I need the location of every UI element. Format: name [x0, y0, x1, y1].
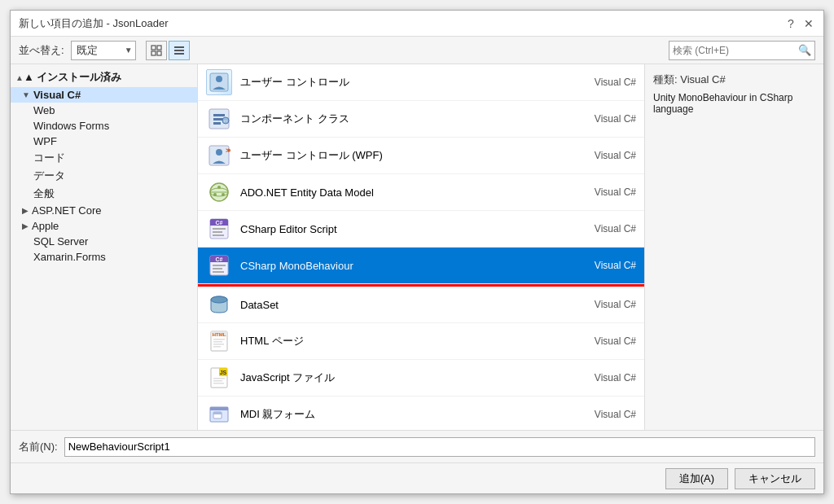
dataset-icon	[206, 291, 232, 318]
svg-text:JS: JS	[220, 370, 227, 375]
right-panel: 種類: Visual C# Unity MonoBehaviour in CSh…	[644, 64, 823, 430]
apple-label: Apple	[32, 220, 59, 232]
sidebar-item-web[interactable]: Web	[11, 103, 197, 118]
add-button[interactable]: 追加(A)	[665, 468, 728, 489]
cancel-button[interactable]: キャンセル	[735, 468, 815, 489]
item-name: CSharp MonoBehaviour	[240, 260, 563, 272]
red-line-indicator	[198, 284, 644, 287]
aspnet-arrow-icon: ▶	[22, 206, 29, 215]
list-item-selected[interactable]: C# CSharp MonoBehaviour Visual C#	[198, 248, 644, 284]
list-item[interactable]: C# CSharp Editor Script Visual C#	[198, 211, 644, 248]
mdi-icon	[206, 401, 232, 427]
list-item[interactable]: ↔ コンポーネント クラス Visual C#	[198, 101, 644, 138]
title-bar: 新しい項目の追加 - JsonLoader ? ✕	[11, 11, 823, 37]
csharp-mono-icon: C#	[206, 252, 232, 278]
svg-point-22	[222, 193, 225, 196]
search-box: 🔍	[669, 41, 815, 60]
svg-rect-44	[213, 341, 222, 343]
name-bar: 名前(N):	[11, 430, 823, 462]
svg-rect-4	[174, 46, 184, 48]
search-icon: 🔍	[798, 44, 811, 56]
name-label: 名前(N):	[19, 440, 58, 454]
item-type: Visual C#	[571, 372, 636, 383]
user-ctrl-icon	[206, 69, 232, 95]
item-type: Visual C#	[571, 150, 636, 161]
svg-rect-46	[213, 346, 221, 348]
list-item[interactable]: HTML HTML ページ Visual C#	[198, 323, 644, 360]
item-name: ユーザー コントロール (WPF)	[240, 148, 563, 163]
toolbar: 並べ替え: 既定 名前 種類 ▼	[11, 37, 823, 64]
item-name: JavaScript ファイル	[240, 370, 563, 385]
installed-section[interactable]: ▲ ▲ インストール済み	[11, 68, 197, 87]
sidebar: ▲ ▲ インストール済み ▼ Visual C# Web Windows For…	[11, 64, 198, 430]
sidebar-item-aspnet[interactable]: ▶ ASP.NET Core	[11, 203, 197, 218]
svg-point-39	[211, 296, 227, 303]
ado-icon	[206, 179, 232, 205]
name-input[interactable]	[64, 437, 815, 457]
sidebar-item-code[interactable]: コード	[11, 149, 197, 167]
sidebar-item-wpf[interactable]: WPF	[11, 134, 197, 149]
list-item[interactable]: ユーザー コントロール Visual C#	[198, 64, 644, 101]
item-name: コンポーネント クラス	[240, 112, 563, 126]
grid-view-button[interactable]	[146, 41, 167, 60]
close-button[interactable]: ✕	[802, 17, 815, 30]
aspnet-label: ASP.NET Core	[32, 204, 102, 217]
csharp-editor-icon: C#	[206, 216, 232, 242]
dialog-title: 新しい項目の追加 - JsonLoader	[19, 16, 169, 31]
svg-rect-36	[213, 268, 222, 270]
item-type: Visual C#	[571, 409, 636, 420]
svg-rect-51	[213, 380, 222, 382]
svg-text:HTML: HTML	[213, 332, 226, 337]
type-label: 種類: Visual C#	[653, 72, 815, 87]
sidebar-item-apple[interactable]: ▶ Apple	[11, 218, 197, 234]
svg-point-23	[213, 193, 217, 196]
svg-rect-5	[174, 50, 184, 51]
sort-select[interactable]: 既定 名前 種類	[71, 41, 136, 60]
item-type: Visual C#	[571, 260, 636, 271]
items-list: ユーザー コントロール Visual C# ↔	[198, 64, 644, 430]
component-icon: ↔	[206, 106, 232, 132]
item-type: Visual C#	[571, 223, 636, 234]
svg-rect-35	[213, 265, 226, 266]
svg-rect-6	[174, 53, 184, 55]
item-name: CSharp Editor Script	[240, 223, 563, 235]
sidebar-item-general[interactable]: 全般	[11, 185, 197, 203]
sidebar-item-xamarin[interactable]: Xamarin.Forms	[11, 249, 197, 265]
svg-rect-56	[213, 412, 222, 414]
js-icon: JS	[206, 365, 232, 391]
help-button[interactable]: ?	[784, 17, 797, 30]
description-text: Unity MonoBehaviour in CSharp language	[653, 92, 815, 115]
item-type: Visual C#	[571, 77, 636, 88]
svg-text:C#: C#	[216, 220, 223, 226]
sidebar-item-visual-csharp[interactable]: ▼ Visual C#	[11, 87, 197, 103]
html-icon: HTML	[206, 328, 232, 354]
search-input[interactable]	[673, 45, 798, 56]
user-wpf-icon: ≫	[206, 142, 232, 169]
sidebar-item-data[interactable]: データ	[11, 167, 197, 185]
sort-select-wrapper: 既定 名前 種類 ▼	[71, 41, 136, 60]
visual-csharp-label: Visual C#	[33, 89, 81, 101]
svg-rect-30	[213, 234, 224, 236]
item-type: Visual C#	[571, 299, 636, 310]
item-name: MDI 親フォーム	[240, 407, 563, 422]
list-item[interactable]: DataSet Visual C#	[198, 287, 644, 323]
item-name: ユーザー コントロール	[240, 75, 563, 90]
arrow-icon: ▼	[22, 90, 30, 99]
sort-label: 並べ替え:	[19, 43, 64, 58]
list-item[interactable]: MDI 親フォーム Visual C#	[198, 397, 644, 430]
list-item[interactable]: JS JavaScript ファイル Visual C#	[198, 360, 644, 397]
list-view-button[interactable]	[169, 41, 190, 60]
sidebar-item-sql[interactable]: SQL Server	[11, 234, 197, 249]
svg-rect-2	[151, 51, 156, 55]
svg-text:C#: C#	[216, 256, 223, 262]
item-name: HTML ページ	[240, 334, 563, 348]
svg-point-8	[216, 76, 222, 82]
sidebar-item-windows-forms[interactable]: Windows Forms	[11, 118, 197, 134]
list-item[interactable]: ADO.NET Entity Data Model Visual C#	[198, 174, 644, 211]
svg-rect-43	[213, 339, 225, 340]
list-item[interactable]: ≫ ユーザー コントロール (WPF) Visual C#	[198, 138, 644, 174]
footer-bar: 追加(A) キャンセル	[11, 462, 823, 493]
title-controls: ? ✕	[784, 17, 815, 30]
svg-rect-12	[213, 122, 221, 125]
main-content: ▲ ▲ インストール済み ▼ Visual C# Web Windows For…	[11, 64, 823, 430]
